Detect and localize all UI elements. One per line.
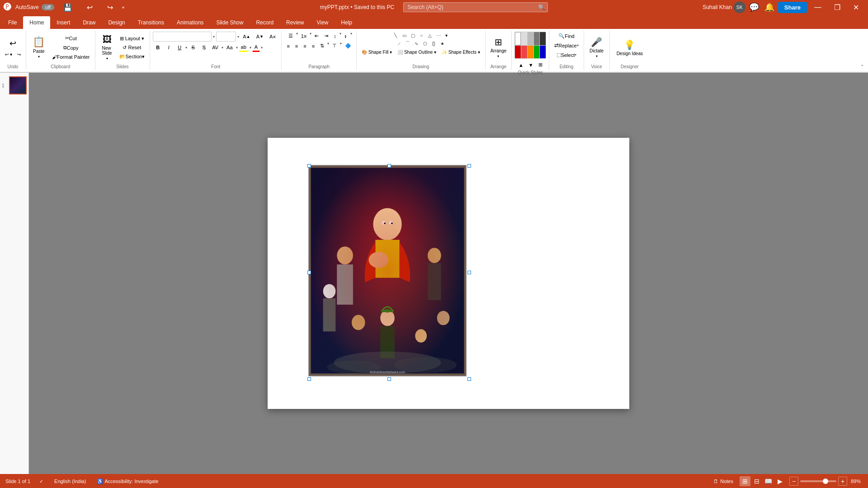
shape-outline-button[interactable]: ⬜ Shape Outline ▾ <box>395 48 439 56</box>
italic-button[interactable]: I <box>164 43 174 52</box>
shape-pentagon-btn[interactable]: ⬠ <box>421 40 429 47</box>
shape-bracket-btn[interactable]: {} <box>429 40 438 47</box>
zoom-out-button[interactable]: − <box>789 477 798 486</box>
tab-design[interactable]: Design <box>102 16 131 29</box>
zoom-slider[interactable] <box>800 480 836 482</box>
shape-effects-button[interactable]: ✨ Shape Effects ▾ <box>439 48 482 56</box>
redo-dropdown[interactable]: ↪ <box>15 51 23 58</box>
arrange-button[interactable]: ⊞ Arrange ▾ <box>488 35 509 60</box>
slide-sorter-button[interactable]: ⊟ <box>751 476 762 486</box>
selection-handle-ml[interactable] <box>307 271 311 274</box>
accessibility-button[interactable]: ♿ Accessibility: Investigate <box>95 478 160 485</box>
slide-image[interactable]: AnimeNewsNetwork.com <box>308 165 467 376</box>
clear-format-button[interactable]: A✕ <box>267 33 278 41</box>
shape-connector-btn[interactable]: ⟋ <box>395 40 403 47</box>
select-button[interactable]: ⬚ Select ▾ <box>554 51 579 59</box>
tab-help[interactable]: Help <box>335 16 359 29</box>
bold-button[interactable]: B <box>153 43 163 52</box>
qs-cell-4[interactable] <box>534 32 540 45</box>
shape-line-btn[interactable]: ╲ <box>392 32 400 39</box>
selection-handle-tl[interactable] <box>307 164 311 168</box>
qs-cell-8[interactable] <box>528 46 533 59</box>
char-case-dropdown-icon[interactable]: ▾ <box>236 46 238 50</box>
strikethrough-button[interactable]: S <box>188 43 198 52</box>
save-button[interactable]: 💾 <box>58 1 78 14</box>
collapse-ribbon-button[interactable]: ⌃ <box>858 62 866 70</box>
selection-handle-br[interactable] <box>467 377 471 381</box>
columns-dropdown-icon[interactable]: ▾ <box>350 32 352 40</box>
align-center-button[interactable]: ≡ <box>293 42 300 50</box>
new-slide-button[interactable]: 🖼 NewSlide ▾ <box>98 33 116 62</box>
char-case-button[interactable]: Aa <box>224 43 235 52</box>
comments-button[interactable]: 💬 <box>747 2 761 12</box>
search-input[interactable] <box>403 2 548 12</box>
font-color-button[interactable]: A <box>252 43 260 52</box>
bullets-button[interactable]: ☰ <box>286 32 295 40</box>
shape-fill-button[interactable]: 🎨 Shape Fill ▾ <box>359 48 394 56</box>
align-right-button[interactable]: ≡ <box>301 42 308 50</box>
highlight-button[interactable]: ab <box>239 43 249 52</box>
section-button[interactable]: 📂 Section ▾ <box>117 52 147 61</box>
font-size-dropdown-icon[interactable]: ▾ <box>237 35 239 39</box>
qs-cell-10[interactable] <box>540 46 546 59</box>
shape-freeform-btn[interactable]: ∿ <box>412 40 420 47</box>
zoom-level-button[interactable]: 89% <box>849 478 863 485</box>
shape-star-btn[interactable]: ★ <box>438 40 446 47</box>
underline-dropdown-icon[interactable]: ▾ <box>185 46 187 50</box>
format-painter-button[interactable]: 🖌 Format Painter <box>50 53 92 61</box>
notifications-button[interactable]: 🔔 <box>763 2 776 12</box>
decrease-indent-button[interactable]: ⇤ <box>312 32 321 40</box>
selection-handle-mr[interactable] <box>467 271 471 274</box>
align-text-button[interactable]: ⊤ <box>330 42 339 50</box>
language-button[interactable]: English (India) <box>52 478 88 485</box>
selection-handle-tr[interactable] <box>467 164 471 168</box>
undo-dropdown[interactable]: ↩ ▾ <box>3 51 14 58</box>
selection-handle-bm[interactable] <box>387 377 391 381</box>
tab-animations[interactable]: Animations <box>170 16 210 29</box>
spacing-button[interactable]: AV <box>210 43 221 52</box>
spellcheck-button[interactable]: ✓ <box>38 478 45 485</box>
slide-thumbnail-1[interactable] <box>9 76 27 94</box>
tab-review[interactable]: Review <box>280 16 310 29</box>
qs-cell-6[interactable] <box>515 46 521 59</box>
design-ideas-button[interactable]: 💡 Design Ideas <box>613 37 647 58</box>
slideshow-button[interactable]: ▶ <box>775 476 786 486</box>
align-left-button[interactable]: ≡ <box>284 42 292 50</box>
shadow-button[interactable]: S <box>199 43 209 52</box>
shape-rect-btn[interactable]: ▭ <box>400 32 408 39</box>
shape-arrow-btn[interactable]: △ <box>426 32 434 39</box>
quick-styles-grid[interactable] <box>514 32 546 59</box>
dictate-button[interactable]: 🎤 Dictate ▾ <box>587 35 607 60</box>
replace-button[interactable]: ⇄ Replace ▾ <box>552 41 580 50</box>
qs-cell-5[interactable] <box>540 32 546 45</box>
layout-button[interactable]: ⊞ Layout ▾ <box>117 34 147 43</box>
justify-button[interactable]: ≡ <box>310 42 317 50</box>
font-size-input[interactable] <box>216 32 236 42</box>
main-canvas-area[interactable]: AnimeNewsNetwork.com <box>29 73 868 474</box>
reset-button[interactable]: ↺ Reset <box>117 43 147 52</box>
restore-button[interactable]: ❐ <box>829 1 846 14</box>
smartart-button[interactable]: 🔷 <box>343 42 354 50</box>
minimize-button[interactable]: — <box>809 1 827 13</box>
numbering-button[interactable]: 1≡ <box>299 32 309 40</box>
shape-curve-btn[interactable]: ⌒ <box>404 40 412 47</box>
tab-draw[interactable]: Draw <box>76 16 102 29</box>
font-name-dropdown-icon[interactable]: ▾ <box>213 35 215 39</box>
text-direction-button[interactable]: ⇅ <box>318 42 326 50</box>
tab-file[interactable]: File <box>2 16 23 29</box>
qs-scroll-up[interactable]: ▲ <box>516 61 526 69</box>
tab-transitions[interactable]: Transitions <box>132 16 170 29</box>
qs-cell-9[interactable] <box>534 46 540 59</box>
qs-scroll-down[interactable]: ▼ <box>526 61 536 69</box>
line-spacing-dropdown-icon[interactable]: ▾ <box>340 32 341 40</box>
qs-cell-7[interactable] <box>521 46 527 59</box>
spacing-dropdown-icon[interactable]: ▾ <box>222 46 223 50</box>
reading-view-button[interactable]: 📖 <box>763 476 774 486</box>
grow-font-button[interactable]: A▲ <box>241 33 252 41</box>
shrink-font-button[interactable]: A▼ <box>254 33 266 41</box>
tab-view[interactable]: View <box>310 16 335 29</box>
notes-button[interactable]: 🗒 Notes <box>711 478 736 485</box>
underline-button[interactable]: U <box>175 43 184 52</box>
tab-insert[interactable]: Insert <box>50 16 76 29</box>
share-button[interactable]: Share <box>778 2 807 13</box>
